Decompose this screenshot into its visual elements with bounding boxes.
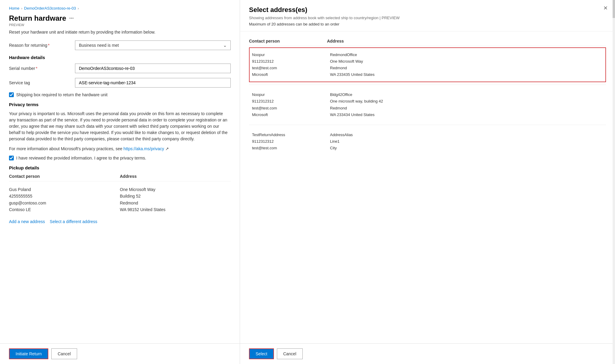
- preview-badge: PREVIEW: [9, 23, 231, 27]
- breadcrumb-home[interactable]: Home: [9, 6, 20, 10]
- address-contact-col: Noopur9112312312test@test.comMicrosoft: [252, 91, 330, 118]
- pickup-address-city: Redmond: [120, 200, 231, 206]
- shipping-checkbox[interactable]: [9, 92, 14, 97]
- page-description: Reset your hardware unit and initiate re…: [9, 30, 231, 34]
- right-header: Select address(es) Showing addresses fro…: [240, 0, 615, 31]
- right-panel-title: Select address(es): [249, 6, 606, 14]
- pickup-row: Gus Poland 4255555555 gusp@contoso.com C…: [9, 184, 231, 216]
- privacy-review-label: I have reviewed the provided information…: [16, 156, 146, 160]
- select-address-link[interactable]: Select a different address: [50, 219, 98, 224]
- pickup-address-region: WA 98152 United States: [120, 206, 231, 213]
- address-links: Add a new address Select a different add…: [9, 219, 231, 224]
- pickup-contact-phone: 4255555555: [9, 193, 120, 199]
- service-tag-control: [75, 78, 231, 88]
- page-title-row: Return hardware ···: [9, 14, 231, 22]
- reason-label: Reason for returning*: [9, 43, 75, 48]
- pickup-section: Pickup details Contact person Address Gu…: [9, 165, 231, 224]
- service-tag-label: Service tag: [9, 80, 75, 85]
- right-panel-subtitle: Showing addresses from address book with…: [249, 16, 606, 20]
- shipping-label: Shipping box required to return the hard…: [16, 92, 107, 97]
- privacy-text2: For more information about Microsoft's p…: [9, 146, 231, 152]
- address-list: Noopur9112312312test@test.comMicrosoft R…: [249, 47, 606, 156]
- pickup-contact-company: Contoso LE: [9, 206, 120, 213]
- close-button[interactable]: ✕: [603, 5, 608, 11]
- serial-input[interactable]: [75, 64, 231, 73]
- privacy-checkbox[interactable]: [9, 156, 14, 160]
- pickup-contact-name: Gus Poland: [9, 186, 120, 193]
- pickup-table-header: Contact person Address: [9, 174, 231, 181]
- serial-label: Serial number*: [9, 66, 75, 71]
- reason-required: *: [48, 43, 50, 48]
- pickup-address-col: One Microsoft Way Building 52 Redmond WA…: [120, 186, 231, 213]
- page-title: Return hardware: [9, 14, 66, 22]
- external-link-icon: ↗: [165, 146, 169, 151]
- address-address-col: RedmondOfficeOne Microsoft WayRedmondWA …: [330, 52, 603, 78]
- service-tag-input[interactable]: [75, 78, 231, 88]
- reason-row: Reason for returning* Business need is m…: [9, 40, 231, 50]
- scrollbar-thumb[interactable]: [613, 0, 615, 18]
- privacy-title: Privacy terms: [9, 102, 231, 107]
- address-divider: [249, 125, 606, 125]
- add-address-link[interactable]: Add a new address: [9, 219, 45, 224]
- more-options-icon[interactable]: ···: [69, 15, 74, 22]
- pickup-address-line2: Building 52: [120, 193, 231, 199]
- right-panel: Select address(es) Showing addresses fro…: [240, 0, 615, 364]
- scrollbar-track: [613, 0, 615, 364]
- pickup-table: Contact person Address Gus Poland 425555…: [9, 174, 231, 216]
- right-content: Contact person Address Noopur9112312312t…: [240, 31, 615, 343]
- serial-control: [75, 64, 231, 73]
- reason-select[interactable]: Business need is met ⌄: [75, 40, 231, 50]
- address-table-header: Contact person Address: [249, 36, 606, 46]
- address-contact-col: TestReturnAddress9112312312test@test.com: [252, 132, 330, 151]
- address-address-col: AddressAliasLine1City: [330, 132, 603, 151]
- right-panel-info: Maximum of 20 addresses can be added to …: [249, 22, 606, 26]
- pickup-address-line1: One Microsoft Way: [120, 186, 231, 193]
- reason-control: Business need is met ⌄: [75, 40, 231, 50]
- reason-chevron-icon: ⌄: [223, 43, 227, 48]
- service-tag-row: Service tag: [9, 78, 231, 88]
- address-contact-col: Noopur9112312312test@test.comMicrosoft: [252, 52, 330, 78]
- serial-required: *: [36, 66, 37, 71]
- addr-col-contact-header: Contact person: [249, 39, 327, 43]
- hardware-section-title: Hardware details: [9, 55, 231, 60]
- breadcrumb-chevron1: ›: [21, 7, 22, 10]
- address-address-col: Bldg42OfficeOne microsoft way, building …: [330, 91, 603, 118]
- pickup-contact-col: Gus Poland 4255555555 gusp@contoso.com C…: [9, 186, 120, 213]
- serial-row: Serial number*: [9, 64, 231, 73]
- privacy-checkbox-row: I have reviewed the provided information…: [9, 156, 231, 160]
- address-divider: [249, 85, 606, 85]
- breadcrumb-chevron2: ›: [78, 7, 79, 10]
- breadcrumb: Home › DemoOrderAS3contoso-re-03 ›: [9, 6, 231, 10]
- address-item[interactable]: TestReturnAddress9112312312test@test.com…: [249, 127, 606, 156]
- pickup-contact-email: gusp@contoso.com: [9, 200, 120, 206]
- select-button[interactable]: Select: [249, 348, 274, 359]
- address-item[interactable]: Noopur9112312312test@test.comMicrosoft B…: [249, 87, 606, 122]
- address-item[interactable]: Noopur9112312312test@test.comMicrosoft R…: [249, 47, 606, 82]
- right-footer: Select Cancel: [240, 343, 615, 364]
- breadcrumb-order[interactable]: DemoOrderAS3contoso-re-03: [24, 6, 76, 10]
- left-footer: Initiate Return Cancel: [0, 343, 240, 364]
- privacy-link[interactable]: https://aka.ms/privacy: [124, 146, 164, 151]
- pickup-col-contact-header: Contact person: [9, 174, 120, 179]
- pickup-title: Pickup details: [9, 165, 231, 170]
- pickup-col-address-header: Address: [120, 174, 231, 179]
- left-panel: Home › DemoOrderAS3contoso-re-03 › Retur…: [0, 0, 240, 364]
- left-cancel-button[interactable]: Cancel: [51, 348, 77, 359]
- right-cancel-button[interactable]: Cancel: [277, 348, 303, 359]
- privacy-text1: Your privacy is important to us. Microso…: [9, 111, 231, 142]
- initiate-return-button[interactable]: Initiate Return: [9, 348, 48, 359]
- addr-col-address-header: Address: [327, 39, 606, 43]
- reason-value: Business need is met: [79, 43, 119, 48]
- shipping-checkbox-row: Shipping box required to return the hard…: [9, 92, 231, 97]
